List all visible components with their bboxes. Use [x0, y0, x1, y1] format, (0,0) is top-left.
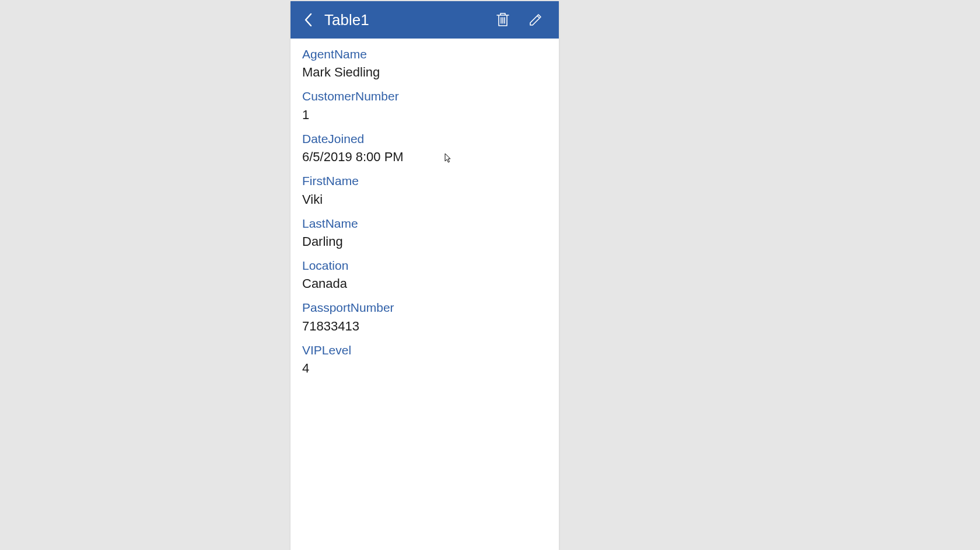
field-value: 6/5/2019 8:00 PM [302, 147, 547, 166]
field-value: 71833413 [302, 316, 547, 336]
field-label: Location [302, 257, 547, 274]
field-value: Darling [302, 232, 547, 251]
pencil-icon [528, 13, 542, 27]
field-lastname: LastName Darling [302, 215, 547, 251]
delete-button[interactable] [490, 7, 516, 33]
edit-button[interactable] [523, 7, 548, 33]
trash-icon [496, 12, 509, 27]
field-value: Mark Siedling [302, 62, 547, 82]
field-location: Location Canada [302, 257, 547, 293]
field-value: Canada [302, 274, 547, 293]
field-customernumber: CustomerNumber 1 [302, 88, 547, 124]
app-container: Table1 AgentName Mark Siedling CustomerN… [290, 1, 559, 550]
chevron-left-icon [304, 13, 312, 27]
field-label: LastName [302, 215, 547, 232]
field-label: PassportNumber [302, 299, 547, 316]
field-viplevel: VIPLevel 4 [302, 342, 547, 378]
field-label: VIPLevel [302, 342, 547, 358]
field-value: 4 [302, 358, 547, 378]
field-label: FirstName [302, 172, 547, 189]
field-datejoined: DateJoined 6/5/2019 8:00 PM [302, 130, 547, 166]
field-value: 1 [302, 105, 547, 124]
header-bar: Table1 [290, 1, 559, 39]
field-agentname: AgentName Mark Siedling [302, 46, 547, 82]
detail-content: AgentName Mark Siedling CustomerNumber 1… [290, 39, 559, 391]
field-firstname: FirstName Viki [302, 172, 547, 208]
field-value: Viki [302, 190, 547, 209]
field-label: DateJoined [302, 130, 547, 147]
field-passportnumber: PassportNumber 71833413 [302, 299, 547, 335]
field-label: AgentName [302, 46, 547, 62]
field-label: CustomerNumber [302, 88, 547, 105]
page-title: Table1 [324, 11, 483, 29]
back-button[interactable] [296, 8, 320, 32]
